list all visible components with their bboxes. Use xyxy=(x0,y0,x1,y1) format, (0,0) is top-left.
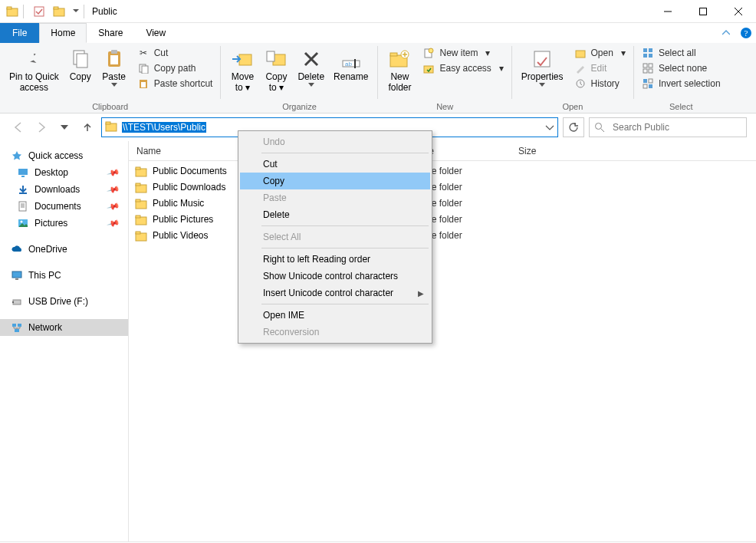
svg-rect-56 xyxy=(12,324,16,327)
select-all-button[interactable]: Select all xyxy=(639,46,724,60)
nav-onedrive[interactable]: OneDrive xyxy=(0,241,128,258)
pin-icon: 📌 xyxy=(107,216,121,230)
delete-icon xyxy=(299,47,324,71)
svg-rect-42 xyxy=(643,84,647,88)
folder-icon xyxy=(135,181,147,193)
tab-share[interactable]: Share xyxy=(87,23,134,43)
cut-button[interactable]: ✂Cut xyxy=(134,46,216,60)
nav-pictures[interactable]: Pictures📌 xyxy=(0,215,128,232)
col-size[interactable]: Size xyxy=(511,146,756,156)
open-icon xyxy=(574,47,587,59)
ctx-cut[interactable]: Cut xyxy=(240,156,430,173)
ctx-show-unicode[interactable]: Show Unicode control characters xyxy=(240,268,430,285)
open-button[interactable]: Open▾ xyxy=(571,46,629,60)
delete-button[interactable]: Delete xyxy=(293,44,329,87)
new-folder-icon xyxy=(387,47,412,71)
column-headers[interactable]: Name Type Size xyxy=(129,141,756,161)
ctx-copy[interactable]: Copy xyxy=(240,173,430,189)
close-button[interactable] xyxy=(721,0,756,23)
qat-properties-icon[interactable] xyxy=(31,4,47,19)
file-row[interactable]: Public MusicFile folder xyxy=(129,195,756,211)
qat-dropdown-icon[interactable] xyxy=(71,4,81,19)
copy-to-button[interactable]: Copyto ▾ xyxy=(259,44,293,94)
rename-button[interactable]: abRename xyxy=(329,44,373,83)
downloads-icon xyxy=(17,183,29,196)
new-item-button[interactable]: New item▾ xyxy=(419,46,506,60)
svg-rect-55 xyxy=(12,301,14,303)
nav-quick-access[interactable]: Quick access xyxy=(0,147,128,164)
history-icon xyxy=(574,77,587,90)
svg-rect-66 xyxy=(136,216,140,218)
group-label-clipboard: Clipboard xyxy=(5,102,215,113)
file-row[interactable]: Public DocumentsFile folder xyxy=(129,163,756,179)
invert-selection-button[interactable]: Invert selection xyxy=(639,77,724,90)
file-name: Public Pictures xyxy=(153,214,213,225)
search-box[interactable] xyxy=(589,117,747,137)
address-text[interactable]: \\TEST\Users\Public xyxy=(122,122,206,133)
svg-rect-40 xyxy=(643,79,647,83)
copy-button[interactable]: Copy xyxy=(64,44,97,83)
search-input[interactable] xyxy=(611,121,741,133)
file-type: File folder xyxy=(422,182,511,193)
move-to-button[interactable]: Moveto ▾ xyxy=(225,44,259,94)
svg-rect-17 xyxy=(239,54,251,65)
select-none-button[interactable]: Select none xyxy=(639,61,724,75)
svg-text:?: ? xyxy=(744,28,748,38)
nav-desktop[interactable]: Desktop📌 xyxy=(0,164,128,181)
help-icon[interactable]: ? xyxy=(736,23,756,43)
pictures-icon xyxy=(17,217,29,229)
copy-path-icon xyxy=(137,62,150,74)
copy-path-button[interactable]: Copy path xyxy=(134,61,216,75)
ctx-reconversion[interactable]: Reconversion xyxy=(240,324,430,341)
forward-button[interactable] xyxy=(32,118,51,137)
pin-icon: 📌 xyxy=(107,199,121,213)
ctx-select-all[interactable]: Select All xyxy=(240,229,430,245)
new-folder-button[interactable]: Newfolder xyxy=(383,44,416,94)
search-icon xyxy=(594,122,605,133)
pin-icon: 📌 xyxy=(107,166,121,179)
address-dropdown-icon[interactable] xyxy=(545,120,554,134)
tab-home[interactable]: Home xyxy=(39,23,87,43)
maximize-button[interactable] xyxy=(685,0,721,23)
col-type[interactable]: Type xyxy=(422,146,511,156)
ctx-open-ime[interactable]: Open IME xyxy=(240,307,430,324)
edit-button[interactable]: Edit xyxy=(571,61,629,75)
svg-rect-39 xyxy=(649,69,652,73)
ctx-paste[interactable]: Paste xyxy=(240,189,430,206)
ctx-delete[interactable]: Delete xyxy=(240,206,430,223)
pin-to-quick-access-button[interactable]: Pin to Quickaccess xyxy=(5,44,64,94)
svg-rect-2 xyxy=(35,7,44,16)
file-row[interactable]: Public DownloadsFile folder xyxy=(129,179,756,195)
ctx-insert-unicode[interactable]: Insert Unicode control character▶ xyxy=(240,285,430,301)
tab-file[interactable]: File xyxy=(0,23,39,43)
file-row[interactable]: Public VideosFile folder xyxy=(129,227,756,243)
folder-qat-icon[interactable] xyxy=(51,4,67,19)
history-button[interactable]: History xyxy=(571,77,629,90)
folder-icon xyxy=(135,197,147,209)
refresh-button[interactable] xyxy=(563,117,584,137)
folder-icon xyxy=(135,229,147,242)
ribbon-collapse-icon[interactable] xyxy=(716,23,736,43)
minimize-button[interactable] xyxy=(650,0,685,23)
nav-downloads[interactable]: Downloads📌 xyxy=(0,181,128,198)
nav-documents[interactable]: Documents📌 xyxy=(0,198,128,215)
svg-rect-64 xyxy=(136,199,140,202)
ctx-rtl[interactable]: Right to left Reading order xyxy=(240,251,430,268)
paste-button[interactable]: Paste xyxy=(97,44,131,87)
svg-rect-19 xyxy=(267,51,274,61)
file-name: Public Videos xyxy=(153,230,209,241)
recent-locations-button[interactable] xyxy=(55,118,74,137)
nav-network[interactable]: Network xyxy=(0,319,128,336)
properties-button[interactable]: Properties xyxy=(517,44,568,87)
ctx-undo[interactable]: Undo xyxy=(240,133,430,150)
back-button[interactable] xyxy=(9,118,28,137)
paste-shortcut-button[interactable]: Paste shortcut xyxy=(134,77,216,90)
nav-this-pc[interactable]: This PC xyxy=(0,267,128,284)
up-button[interactable] xyxy=(78,118,97,137)
file-row[interactable]: Public PicturesFile folder xyxy=(129,211,756,227)
tab-view[interactable]: View xyxy=(134,23,177,43)
easy-access-button[interactable]: Easy access▾ xyxy=(419,61,506,75)
nav-usb-drive[interactable]: USB Drive (F:) xyxy=(0,293,128,310)
scissors-icon: ✂ xyxy=(137,47,150,59)
svg-point-51 xyxy=(21,221,23,223)
